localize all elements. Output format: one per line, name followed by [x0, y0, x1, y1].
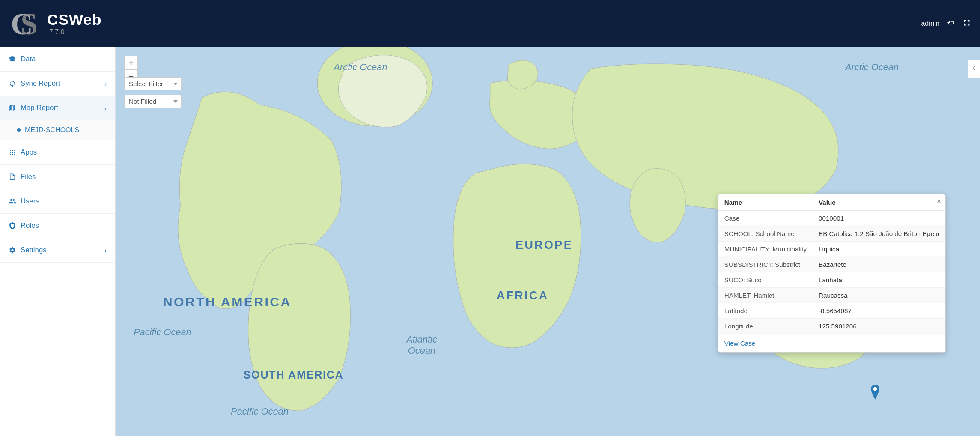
popup-col-name: Name — [718, 194, 813, 211]
sub-item-dot — [17, 128, 21, 132]
sidebar-item-apps-label: Apps — [21, 148, 37, 157]
popup-table: Name Value Case0010001SCHOOL: School Nam… — [718, 194, 945, 334]
apps-icon — [9, 149, 16, 156]
select-filter-dropdown[interactable]: Select Filter Case School Name — [124, 77, 182, 90]
popup-row-value: Liquica — [813, 241, 945, 257]
svg-text:Arctic Ocean: Arctic Ocean — [333, 62, 387, 72]
svg-text:AFRICA: AFRICA — [497, 289, 549, 302]
popup-table-row: Longitude125.5901206 — [718, 318, 945, 334]
brand: C S CSWeb 7.7.0 — [9, 6, 102, 41]
sidebar-item-files-label: Files — [21, 173, 36, 181]
app-header: C S CSWeb 7.7.0 admin — [0, 0, 980, 47]
svg-text:Pacific Ocean: Pacific Ocean — [134, 327, 191, 337]
popup-row-value: Lauhata — [813, 272, 945, 287]
popup-table-row: SUCO: SucoLauhata — [718, 272, 945, 287]
sidebar-item-settings[interactable]: Settings ‹ — [0, 238, 115, 263]
sidebar-item-settings-label: Settings — [21, 246, 47, 254]
sidebar-item-users-label: Users — [21, 197, 39, 206]
svg-text:Arctic Ocean: Arctic Ocean — [844, 62, 899, 72]
logout-icon[interactable] — [946, 18, 956, 29]
sidebar-item-sync-report-label: Sync Report — [21, 79, 60, 88]
users-icon — [9, 197, 16, 205]
svg-text:Ocean: Ocean — [408, 345, 435, 356]
popup-row-name: MUNICIPALITY: Municipality — [718, 241, 813, 257]
sync-report-chevron: ‹ — [104, 80, 107, 87]
popup-table-row: Case0010001 — [718, 210, 945, 226]
svg-text:Atlantic: Atlantic — [405, 334, 437, 345]
app-name-label: CSWeb — [47, 11, 102, 28]
popup-footer: View Case — [718, 334, 945, 352]
sidebar-sub-item-mejd-schools-label: MEJD-SCHOOLS — [25, 126, 79, 134]
popup-row-name: HAMLET: Hamlet — [718, 287, 813, 303]
map-container[interactable]: Arctic Ocean Arctic Ocean NORTH AMERICA … — [116, 47, 980, 436]
popup-row-name: SUBSDISTRICT: Substrict — [718, 257, 813, 272]
popup-row-value: Raucassa — [813, 287, 945, 303]
expand-icon[interactable] — [962, 18, 971, 29]
popup-table-row: SCHOOL: School NameEB Catolica 1.2 São J… — [718, 226, 945, 241]
settings-icon — [9, 246, 16, 254]
sidebar-item-users[interactable]: Users — [0, 189, 115, 214]
popup-table-row: MUNICIPALITY: MunicipalityLiquica — [718, 241, 945, 257]
sidebar-item-data[interactable]: Data — [0, 47, 115, 72]
logo-icon: C S — [9, 6, 41, 41]
popup-row-name: SUCO: Suco — [718, 272, 813, 287]
database-icon — [9, 55, 16, 63]
username-label: admin — [921, 20, 940, 27]
svg-text:SOUTH AMERICA: SOUTH AMERICA — [244, 369, 344, 381]
popup-row-value: 125.5901206 — [813, 318, 945, 334]
popup-row-value: EB Catolica 1.2 São João de Brito - Epel… — [813, 226, 945, 241]
popup-row-name: Latitude — [718, 303, 813, 318]
popup-row-name: Longitude — [718, 318, 813, 334]
popup-row-value: -8.5654087 — [813, 303, 945, 318]
sidebar-item-sync-report[interactable]: Sync Report ‹ — [0, 72, 115, 96]
right-panel-toggle[interactable] — [968, 60, 980, 78]
map-popup-card: × Name Value Case0010001SCHOOL: School N… — [718, 194, 946, 353]
sidebar-item-files[interactable]: Files — [0, 165, 115, 189]
sidebar-item-map-report-label: Map Report — [21, 104, 58, 112]
popup-close-button[interactable]: × — [937, 197, 941, 206]
map-icon — [9, 104, 16, 112]
popup-table-row: Latitude-8.5654087 — [718, 303, 945, 318]
svg-text:S: S — [21, 7, 38, 41]
popup-row-value: 0010001 — [813, 210, 945, 226]
popup-table-row: SUBSDISTRICT: SubstrictBazartete — [718, 257, 945, 272]
svg-point-14 — [873, 387, 877, 391]
sidebar-item-data-label: Data — [21, 55, 36, 63]
filter-area: Select Filter Case School Name Not Fille… — [124, 77, 182, 108]
files-icon — [9, 173, 16, 181]
popup-col-value: Value — [813, 194, 945, 211]
sidebar-item-roles[interactable]: Roles — [0, 214, 115, 238]
popup-row-name: Case — [718, 210, 813, 226]
svg-text:EUROPE: EUROPE — [515, 239, 573, 251]
content-area: Arctic Ocean Arctic Ocean NORTH AMERICA … — [116, 47, 980, 436]
zoom-in-button[interactable]: + — [124, 56, 138, 69]
app-name-group: CSWeb 7.7.0 — [47, 11, 102, 36]
sidebar-item-map-report[interactable]: Map Report ‹ — [0, 96, 115, 120]
map-report-chevron: ‹ — [104, 105, 107, 112]
roles-icon — [9, 222, 16, 230]
popup-row-name: SCHOOL: School Name — [718, 226, 813, 241]
popup-row-value: Bazartete — [813, 257, 945, 272]
sidebar: Data Sync Report ‹ Map Report ‹ MEJD-SCH… — [0, 47, 116, 436]
header-user-area: admin — [921, 18, 971, 29]
sidebar-item-roles-label: Roles — [21, 221, 39, 230]
sidebar-item-apps[interactable]: Apps — [0, 140, 115, 165]
map-location-pin — [869, 385, 882, 402]
sidebar-sub-item-mejd-schools[interactable]: MEJD-SCHOOLS — [0, 120, 115, 140]
view-case-link[interactable]: View Case — [724, 340, 755, 347]
settings-chevron: ‹ — [104, 247, 107, 254]
svg-text:Pacific Ocean: Pacific Ocean — [231, 406, 289, 417]
sync-icon — [9, 80, 16, 87]
popup-table-row: HAMLET: HamletRaucassa — [718, 287, 945, 303]
status-filter-dropdown[interactable]: Not Filled Filled All — [124, 95, 182, 108]
app-version-label: 7.7.0 — [49, 28, 102, 36]
svg-text:NORTH AMERICA: NORTH AMERICA — [163, 295, 292, 309]
